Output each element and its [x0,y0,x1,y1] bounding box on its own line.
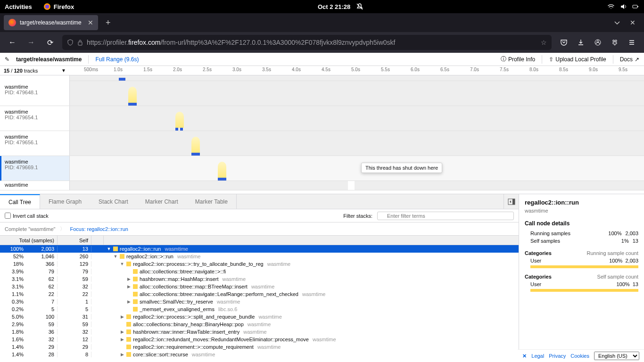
tracks-count-dropdown[interactable]: 15 / 120 tracks ▼ [0,68,70,74]
track-timeline[interactable] [70,181,644,190]
track-label[interactable]: wasmtime PID: 479669.1 [0,156,70,181]
bookmark-star-icon[interactable]: ☆ [541,39,547,46]
track-label[interactable]: wasmtime PID: 479656.1 [0,131,70,156]
filter-stacks-input[interactable] [377,212,514,220]
active-app[interactable]: Firefox [43,3,74,10]
tab-stack-chart[interactable]: Stack Chart [90,194,137,209]
wifi-icon[interactable] [607,3,615,10]
tree-row[interactable]: 0.3%71▶smallvec::SmallVec::try_reservewa… [0,298,519,305]
track-timeline[interactable] [70,81,644,106]
library-name: wasmtime [267,261,291,267]
tracks-header: 15 / 120 tracks ▼ 500ms1.0s1.5s2.0s2.5s3… [0,66,644,75]
track-timeline[interactable] [70,131,644,156]
tree-row[interactable]: 100%2,00313▼regalloc2::ion::runwasmtime [0,245,519,253]
extensions-icon[interactable] [608,36,621,49]
tree-row[interactable]: 3.1%6232▶alloc::collections::btree::map:… [0,283,519,290]
track-row[interactable]: wasmtime PID: 479669.1 This thread has s… [0,156,644,181]
track-timeline[interactable] [70,106,644,131]
activities-button[interactable]: Activities [5,3,32,10]
downloads-icon[interactable] [574,36,587,49]
battery-icon[interactable] [632,3,639,10]
pocket-icon[interactable] [557,36,570,49]
tab-marker-chart[interactable]: Marker Chart [137,194,187,209]
ruler-tick: 6.0s [411,67,420,72]
time-range-link[interactable]: Full Range (9.6s) [95,56,139,63]
tree-row[interactable]: 5.0%10031▶regalloc2::ion::process::>::sp… [0,313,519,321]
hamburger-menu-icon[interactable] [625,36,638,49]
library-name: wasmtime [165,246,188,252]
window-close-button[interactable]: ✕ [625,17,640,28]
tree-twisty-icon[interactable]: ▼ [113,254,118,259]
tree-twisty-icon[interactable]: ▼ [107,247,111,251]
reload-button[interactable]: ⟳ [43,36,57,49]
tree-row[interactable]: 3.1%6259▶hashbrown::map::HashMap::insert… [0,275,519,283]
track-label[interactable]: wasmtime PID: 479654.1 [0,106,70,131]
docs-link[interactable]: Docs ↗ [620,56,639,63]
forward-button[interactable]: → [25,36,38,49]
timeline-ruler[interactable]: 500ms1.0s1.5s2.0s2.5s3.0s3.5s4.0s4.5s5.0… [70,66,644,75]
svg-rect-2 [633,5,637,8]
edit-icon[interactable]: ✎ [5,56,9,63]
tree-row[interactable]: 52%1,046260▼regalloc2::ion::>::runwasmti… [0,253,519,260]
close-footer-icon[interactable]: ✕ [522,353,527,359]
tab-flame-graph[interactable]: Flame Graph [40,194,90,209]
breadcrumb-item[interactable]: Focus: regalloc2::ion::run [70,226,128,232]
tree-row[interactable]: 2.9%5959alloc::collections::binary_heap:… [0,321,519,328]
track-row[interactable]: wasmtime PID: 479656.1 [0,131,644,156]
col-total[interactable]: Total (samples) [0,236,58,245]
tree-twisty-icon[interactable]: ▶ [126,299,131,304]
volume-icon[interactable] [619,3,627,10]
info-icon: ⓘ [501,55,506,63]
track-row[interactable]: wasmtime [0,181,644,190]
tab-close-icon[interactable]: ✕ [88,19,93,26]
browser-tab[interactable]: target/release/wasmtime ✕ [4,15,98,30]
cookies-link[interactable]: Cookies [570,353,589,359]
track-row[interactable]: wasmtime PID: 479654.1 [0,106,644,131]
tree-twisty-icon[interactable]: ▶ [126,277,131,281]
tree-twisty-icon[interactable]: ▶ [120,352,124,357]
track-label[interactable]: wasmtime PID: 479648.1 [0,81,70,106]
tree-row[interactable]: 1.1%2222alloc::collections::btree::navig… [0,290,519,298]
tree-twisty-icon[interactable]: ▶ [120,337,124,342]
track-row[interactable]: wasmtime PID: 479648.1 [0,81,644,106]
track-timeline[interactable]: This thread has shut down here [70,156,644,181]
tree-row[interactable]: 1.4%2929regalloc2::ion::requirement::>::… [0,343,519,351]
function-name: alloc::collections::binary_heap::BinaryH… [133,321,244,327]
list-tabs-button[interactable] [609,17,625,28]
clock[interactable]: Oct 2 21:28 [318,3,350,10]
function-name: regalloc2::ion::process::>::split_and_re… [133,314,255,320]
profile-info-button[interactable]: ⓘ Profile Info [501,55,535,63]
track-label[interactable]: wasmtime [0,181,70,190]
url-bar[interactable]: https://profiler.firefox.com/from-url/ht… [62,35,552,50]
category-swatch [126,337,131,342]
upload-profile-button[interactable]: ⇧ Upload Local Profile [549,56,606,63]
tree-twisty-icon[interactable]: ▶ [120,314,124,319]
legal-link[interactable]: Legal [531,353,544,359]
details-section-title: Call node details [525,220,638,227]
invert-call-stack-checkbox[interactable]: Invert call stack [5,213,49,219]
tree-twisty-icon[interactable]: ▶ [126,284,131,289]
tree-row[interactable]: 0.2%55_memset_evex_unaligned_ermslibc.so… [0,305,519,313]
ruler-tick: 2.5s [203,67,212,72]
self-samples-row: Self samples 1%13 [525,237,638,245]
tree-row[interactable]: 3.9%7979alloc::collections::btree::navig… [0,268,519,275]
notifications-icon[interactable] [356,3,363,10]
function-name: regalloc2::ion::process::>::try_to_alloc… [133,261,264,267]
back-button[interactable]: ← [6,36,19,49]
shield-icon [67,39,74,46]
tree-row[interactable]: 1.6%3212▶regalloc2::ion::redundant_moves… [0,336,519,343]
tab-call-tree[interactable]: Call Tree [0,194,40,209]
tree-row[interactable]: 1.4%288▶core::slice::sort::recursewasmti… [0,351,519,358]
toggle-sidebar-icon[interactable] [504,194,519,209]
tree-twisty-icon[interactable]: ▶ [120,329,124,334]
new-tab-button[interactable]: + [101,16,116,30]
tree-twisty-icon[interactable]: ▼ [120,262,124,266]
privacy-link[interactable]: Privacy [549,353,566,359]
tab-marker-table[interactable]: Marker Table [187,194,236,209]
language-select[interactable]: English (US) [594,352,639,360]
tree-row[interactable]: 1.8%3632▶hashbrown::raw::inner::RawTable… [0,328,519,336]
breadcrumb-item[interactable]: Complete "wasmtime" [5,226,55,232]
tree-row[interactable]: 18%366129▼regalloc2::ion::process::>::tr… [0,260,519,268]
account-icon[interactable] [591,36,604,49]
col-self[interactable]: Self [58,236,91,245]
